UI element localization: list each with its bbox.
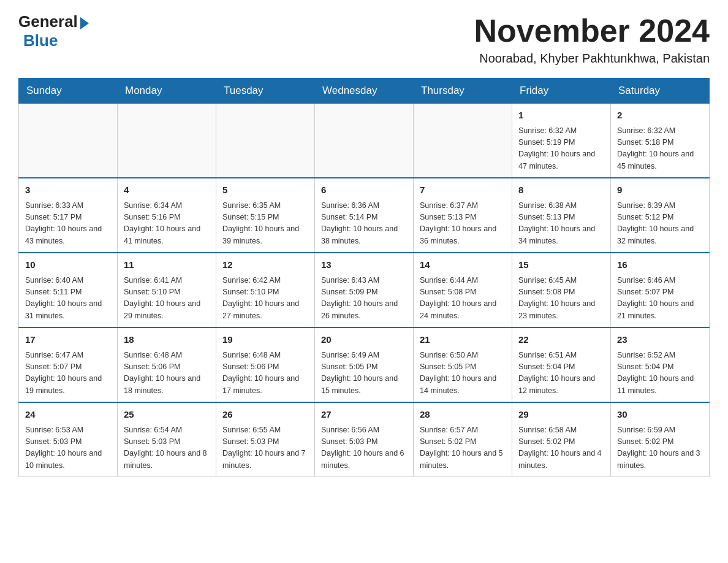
calendar-cell: 29Sunrise: 6:58 AM Sunset: 5:02 PM Dayli…: [512, 402, 611, 477]
calendar-table: SundayMondayTuesdayWednesdayThursdayFrid…: [18, 78, 710, 477]
logo: General Blue: [18, 12, 89, 50]
day-number: 7: [420, 183, 506, 197]
day-info: Sunrise: 6:38 AM Sunset: 5:13 PM Dayligh…: [518, 200, 604, 248]
day-number: 25: [124, 408, 210, 422]
logo-general-text: General: [18, 12, 78, 31]
calendar-week-row: 1Sunrise: 6:32 AM Sunset: 5:19 PM Daylig…: [19, 104, 710, 178]
day-info: Sunrise: 6:42 AM Sunset: 5:10 PM Dayligh…: [222, 275, 308, 323]
calendar-cell: 19Sunrise: 6:48 AM Sunset: 5:06 PM Dayli…: [216, 327, 315, 402]
day-info: Sunrise: 6:32 AM Sunset: 5:19 PM Dayligh…: [518, 125, 604, 173]
day-info: Sunrise: 6:59 AM Sunset: 5:02 PM Dayligh…: [617, 424, 703, 472]
calendar-week-row: 24Sunrise: 6:53 AM Sunset: 5:03 PM Dayli…: [19, 402, 710, 477]
calendar-cell: 23Sunrise: 6:52 AM Sunset: 5:04 PM Dayli…: [611, 327, 710, 402]
calendar-cell: 5Sunrise: 6:35 AM Sunset: 5:15 PM Daylig…: [216, 178, 315, 253]
day-number: 14: [420, 258, 506, 272]
day-number: 24: [25, 408, 111, 422]
day-number: 18: [124, 333, 210, 347]
day-number: 13: [321, 258, 407, 272]
day-info: Sunrise: 6:34 AM Sunset: 5:16 PM Dayligh…: [124, 200, 210, 248]
day-number: 9: [617, 183, 703, 197]
day-number: 12: [222, 258, 308, 272]
day-info: Sunrise: 6:56 AM Sunset: 5:03 PM Dayligh…: [321, 424, 407, 472]
day-number: 8: [518, 183, 604, 197]
day-info: Sunrise: 6:48 AM Sunset: 5:06 PM Dayligh…: [222, 350, 308, 397]
day-info: Sunrise: 6:41 AM Sunset: 5:10 PM Dayligh…: [124, 275, 210, 323]
calendar-header-thursday: Thursday: [414, 79, 512, 104]
calendar-header-monday: Monday: [118, 79, 216, 104]
day-info: Sunrise: 6:53 AM Sunset: 5:03 PM Dayligh…: [25, 424, 111, 472]
day-number: 23: [617, 333, 703, 347]
day-info: Sunrise: 6:58 AM Sunset: 5:02 PM Dayligh…: [518, 424, 604, 472]
day-number: 28: [420, 408, 506, 422]
day-info: Sunrise: 6:46 AM Sunset: 5:07 PM Dayligh…: [617, 275, 703, 323]
day-number: 15: [518, 258, 604, 272]
title-section: November 2024 Noorabad, Khyber Pakhtunkh…: [474, 12, 710, 66]
day-info: Sunrise: 6:40 AM Sunset: 5:11 PM Dayligh…: [25, 275, 111, 323]
calendar-week-row: 10Sunrise: 6:40 AM Sunset: 5:11 PM Dayli…: [19, 253, 710, 327]
day-number: 17: [25, 333, 111, 347]
calendar-header-sunday: Sunday: [19, 79, 118, 104]
day-number: 21: [420, 333, 506, 347]
calendar-header-row: SundayMondayTuesdayWednesdayThursdayFrid…: [19, 79, 710, 104]
day-number: 20: [321, 333, 407, 347]
day-number: 5: [222, 183, 308, 197]
day-number: 22: [518, 333, 604, 347]
calendar-header-wednesday: Wednesday: [315, 79, 414, 104]
calendar-cell: 1Sunrise: 6:32 AM Sunset: 5:19 PM Daylig…: [512, 104, 611, 178]
calendar-cell: [216, 104, 315, 178]
day-number: 10: [25, 258, 111, 272]
calendar-header-friday: Friday: [512, 79, 611, 104]
logo-arrow-icon: [80, 17, 89, 29]
calendar-cell: 8Sunrise: 6:38 AM Sunset: 5:13 PM Daylig…: [512, 178, 611, 253]
calendar-cell: 24Sunrise: 6:53 AM Sunset: 5:03 PM Dayli…: [19, 402, 118, 477]
calendar-cell: 20Sunrise: 6:49 AM Sunset: 5:05 PM Dayli…: [315, 327, 414, 402]
calendar-week-row: 17Sunrise: 6:47 AM Sunset: 5:07 PM Dayli…: [19, 327, 710, 402]
day-number: 27: [321, 408, 407, 422]
page-header: General Blue November 2024 Noorabad, Khy…: [18, 12, 710, 66]
calendar-cell: 25Sunrise: 6:54 AM Sunset: 5:03 PM Dayli…: [118, 402, 216, 477]
calendar-cell: 11Sunrise: 6:41 AM Sunset: 5:10 PM Dayli…: [118, 253, 216, 327]
day-info: Sunrise: 6:55 AM Sunset: 5:03 PM Dayligh…: [222, 424, 308, 472]
day-number: 4: [124, 183, 210, 197]
day-number: 29: [518, 408, 604, 422]
day-info: Sunrise: 6:57 AM Sunset: 5:02 PM Dayligh…: [420, 424, 506, 472]
day-info: Sunrise: 6:54 AM Sunset: 5:03 PM Dayligh…: [124, 424, 210, 472]
calendar-cell: 10Sunrise: 6:40 AM Sunset: 5:11 PM Dayli…: [19, 253, 118, 327]
day-info: Sunrise: 6:43 AM Sunset: 5:09 PM Dayligh…: [321, 275, 407, 323]
calendar-cell: 6Sunrise: 6:36 AM Sunset: 5:14 PM Daylig…: [315, 178, 414, 253]
day-number: 30: [617, 408, 703, 422]
calendar-cell: 17Sunrise: 6:47 AM Sunset: 5:07 PM Dayli…: [19, 327, 118, 402]
day-info: Sunrise: 6:39 AM Sunset: 5:12 PM Dayligh…: [617, 200, 703, 248]
calendar-cell: 26Sunrise: 6:55 AM Sunset: 5:03 PM Dayli…: [216, 402, 315, 477]
day-number: 11: [124, 258, 210, 272]
day-info: Sunrise: 6:35 AM Sunset: 5:15 PM Dayligh…: [222, 200, 308, 248]
day-info: Sunrise: 6:49 AM Sunset: 5:05 PM Dayligh…: [321, 350, 407, 397]
calendar-cell: [414, 104, 512, 178]
day-info: Sunrise: 6:44 AM Sunset: 5:08 PM Dayligh…: [420, 275, 506, 323]
day-info: Sunrise: 6:33 AM Sunset: 5:17 PM Dayligh…: [25, 200, 111, 248]
day-info: Sunrise: 6:50 AM Sunset: 5:05 PM Dayligh…: [420, 350, 506, 397]
day-number: 19: [222, 333, 308, 347]
day-info: Sunrise: 6:37 AM Sunset: 5:13 PM Dayligh…: [420, 200, 506, 248]
month-title: November 2024: [474, 12, 710, 49]
logo-blue-text: Blue: [23, 31, 58, 50]
day-info: Sunrise: 6:51 AM Sunset: 5:04 PM Dayligh…: [518, 350, 604, 397]
calendar-cell: 4Sunrise: 6:34 AM Sunset: 5:16 PM Daylig…: [118, 178, 216, 253]
calendar-cell: 7Sunrise: 6:37 AM Sunset: 5:13 PM Daylig…: [414, 178, 512, 253]
location: Noorabad, Khyber Pakhtunkhwa, Pakistan: [474, 52, 710, 66]
day-info: Sunrise: 6:36 AM Sunset: 5:14 PM Dayligh…: [321, 200, 407, 248]
calendar-cell: [315, 104, 414, 178]
calendar-cell: 14Sunrise: 6:44 AM Sunset: 5:08 PM Dayli…: [414, 253, 512, 327]
calendar-cell: 30Sunrise: 6:59 AM Sunset: 5:02 PM Dayli…: [611, 402, 710, 477]
calendar-cell: 15Sunrise: 6:45 AM Sunset: 5:08 PM Dayli…: [512, 253, 611, 327]
calendar-header-saturday: Saturday: [611, 79, 710, 104]
calendar-cell: 13Sunrise: 6:43 AM Sunset: 5:09 PM Dayli…: [315, 253, 414, 327]
day-info: Sunrise: 6:45 AM Sunset: 5:08 PM Dayligh…: [518, 275, 604, 323]
calendar-cell: 16Sunrise: 6:46 AM Sunset: 5:07 PM Dayli…: [611, 253, 710, 327]
calendar-week-row: 3Sunrise: 6:33 AM Sunset: 5:17 PM Daylig…: [19, 178, 710, 253]
calendar-cell: 28Sunrise: 6:57 AM Sunset: 5:02 PM Dayli…: [414, 402, 512, 477]
day-number: 26: [222, 408, 308, 422]
day-number: 16: [617, 258, 703, 272]
calendar-cell: 3Sunrise: 6:33 AM Sunset: 5:17 PM Daylig…: [19, 178, 118, 253]
day-number: 3: [25, 183, 111, 197]
